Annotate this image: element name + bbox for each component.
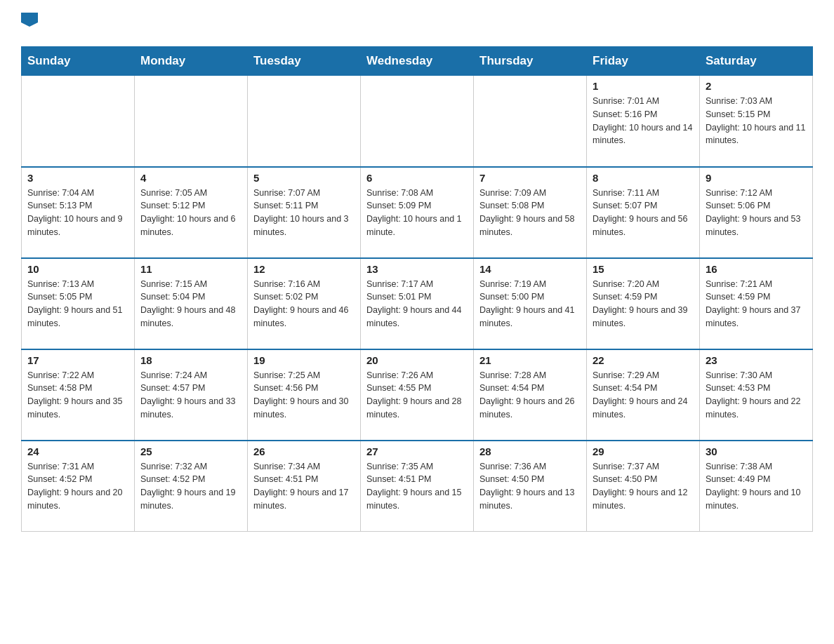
logo <box>21 14 38 32</box>
day-number: 27 <box>366 445 468 457</box>
day-number: 15 <box>593 263 694 275</box>
calendar-cell: 8Sunrise: 7:11 AMSunset: 5:07 PMDaylight… <box>587 167 700 258</box>
calendar-cell <box>135 76 248 167</box>
day-info: Sunrise: 7:37 AMSunset: 4:50 PMDaylight:… <box>593 460 694 513</box>
calendar-table: SundayMondayTuesdayWednesdayThursdayFrid… <box>21 46 813 532</box>
calendar-week-row: 3Sunrise: 7:04 AMSunset: 5:13 PMDaylight… <box>22 167 813 258</box>
day-info: Sunrise: 7:07 AMSunset: 5:11 PMDaylight:… <box>253 187 355 239</box>
day-info: Sunrise: 7:17 AMSunset: 5:01 PMDaylight:… <box>366 278 468 330</box>
day-number: 10 <box>27 263 128 275</box>
calendar-week-row: 1Sunrise: 7:01 AMSunset: 5:16 PMDaylight… <box>22 76 813 167</box>
day-number: 14 <box>479 263 581 275</box>
day-info: Sunrise: 7:13 AMSunset: 5:05 PMDaylight:… <box>27 278 128 330</box>
day-number: 28 <box>479 445 581 457</box>
calendar-cell: 16Sunrise: 7:21 AMSunset: 4:59 PMDayligh… <box>700 258 813 349</box>
calendar-cell: 15Sunrise: 7:20 AMSunset: 4:59 PMDayligh… <box>587 258 700 349</box>
calendar-cell <box>474 76 587 167</box>
svg-marker-1 <box>31 13 38 22</box>
day-number: 11 <box>140 263 241 275</box>
day-number: 4 <box>140 172 241 184</box>
page-header <box>21 14 813 32</box>
calendar-cell: 27Sunrise: 7:35 AMSunset: 4:51 PMDayligh… <box>361 441 474 532</box>
day-number: 16 <box>706 263 807 275</box>
day-number: 22 <box>593 354 694 366</box>
day-number: 23 <box>706 354 807 366</box>
day-number: 17 <box>27 354 128 366</box>
day-info: Sunrise: 7:24 AMSunset: 4:57 PMDaylight:… <box>140 369 241 422</box>
calendar-cell: 25Sunrise: 7:32 AMSunset: 4:52 PMDayligh… <box>135 441 248 532</box>
day-info: Sunrise: 7:03 AMSunset: 5:15 PMDaylight:… <box>706 95 807 147</box>
day-info: Sunrise: 7:38 AMSunset: 4:49 PMDaylight:… <box>706 460 807 513</box>
calendar-cell: 6Sunrise: 7:08 AMSunset: 5:09 PMDaylight… <box>361 167 474 258</box>
day-info: Sunrise: 7:08 AMSunset: 5:09 PMDaylight:… <box>366 187 468 239</box>
day-info: Sunrise: 7:05 AMSunset: 5:12 PMDaylight:… <box>140 187 241 239</box>
calendar-cell: 28Sunrise: 7:36 AMSunset: 4:50 PMDayligh… <box>474 441 587 532</box>
day-number: 13 <box>366 263 468 275</box>
calendar-cell <box>22 76 135 167</box>
day-info: Sunrise: 7:31 AMSunset: 4:52 PMDaylight:… <box>27 460 128 513</box>
day-number: 21 <box>479 354 581 366</box>
day-number: 7 <box>479 172 581 184</box>
calendar-cell: 2Sunrise: 7:03 AMSunset: 5:15 PMDaylight… <box>700 76 813 167</box>
calendar-header-thursday: Thursday <box>474 47 587 76</box>
day-info: Sunrise: 7:21 AMSunset: 4:59 PMDaylight:… <box>706 278 807 330</box>
calendar-cell: 10Sunrise: 7:13 AMSunset: 5:05 PMDayligh… <box>22 258 135 349</box>
calendar-cell: 5Sunrise: 7:07 AMSunset: 5:11 PMDaylight… <box>248 167 361 258</box>
calendar-cell: 18Sunrise: 7:24 AMSunset: 4:57 PMDayligh… <box>135 349 248 441</box>
calendar-cell: 1Sunrise: 7:01 AMSunset: 5:16 PMDaylight… <box>587 76 700 167</box>
calendar-cell: 3Sunrise: 7:04 AMSunset: 5:13 PMDaylight… <box>22 167 135 258</box>
day-info: Sunrise: 7:16 AMSunset: 5:02 PMDaylight:… <box>253 278 355 330</box>
day-info: Sunrise: 7:22 AMSunset: 4:58 PMDaylight:… <box>27 369 128 422</box>
day-info: Sunrise: 7:30 AMSunset: 4:53 PMDaylight:… <box>706 369 807 422</box>
calendar-cell: 23Sunrise: 7:30 AMSunset: 4:53 PMDayligh… <box>700 349 813 441</box>
calendar-cell: 14Sunrise: 7:19 AMSunset: 5:00 PMDayligh… <box>474 258 587 349</box>
day-number: 1 <box>593 80 694 92</box>
logo-arrow-icon <box>21 13 38 27</box>
calendar-cell: 7Sunrise: 7:09 AMSunset: 5:08 PMDaylight… <box>474 167 587 258</box>
day-info: Sunrise: 7:26 AMSunset: 4:55 PMDaylight:… <box>366 369 468 422</box>
calendar-cell <box>361 76 474 167</box>
calendar-header-monday: Monday <box>135 47 248 76</box>
calendar-header-wednesday: Wednesday <box>361 47 474 76</box>
day-info: Sunrise: 7:04 AMSunset: 5:13 PMDaylight:… <box>27 187 128 239</box>
calendar-cell: 30Sunrise: 7:38 AMSunset: 4:49 PMDayligh… <box>700 441 813 532</box>
day-number: 29 <box>593 445 694 457</box>
calendar-cell: 20Sunrise: 7:26 AMSunset: 4:55 PMDayligh… <box>361 349 474 441</box>
calendar-week-row: 10Sunrise: 7:13 AMSunset: 5:05 PMDayligh… <box>22 258 813 349</box>
day-number: 3 <box>27 172 128 184</box>
day-info: Sunrise: 7:15 AMSunset: 5:04 PMDaylight:… <box>140 278 241 330</box>
day-info: Sunrise: 7:11 AMSunset: 5:07 PMDaylight:… <box>593 187 694 239</box>
day-info: Sunrise: 7:28 AMSunset: 4:54 PMDaylight:… <box>479 369 581 422</box>
calendar-cell: 13Sunrise: 7:17 AMSunset: 5:01 PMDayligh… <box>361 258 474 349</box>
day-info: Sunrise: 7:25 AMSunset: 4:56 PMDaylight:… <box>253 369 355 422</box>
day-info: Sunrise: 7:32 AMSunset: 4:52 PMDaylight:… <box>140 460 241 513</box>
calendar-cell: 17Sunrise: 7:22 AMSunset: 4:58 PMDayligh… <box>22 349 135 441</box>
day-number: 20 <box>366 354 468 366</box>
calendar-cell: 24Sunrise: 7:31 AMSunset: 4:52 PMDayligh… <box>22 441 135 532</box>
day-number: 6 <box>366 172 468 184</box>
day-number: 12 <box>253 263 355 275</box>
calendar-header-tuesday: Tuesday <box>248 47 361 76</box>
calendar-cell: 4Sunrise: 7:05 AMSunset: 5:12 PMDaylight… <box>135 167 248 258</box>
day-number: 25 <box>140 445 241 457</box>
calendar-cell: 9Sunrise: 7:12 AMSunset: 5:06 PMDaylight… <box>700 167 813 258</box>
calendar-cell: 26Sunrise: 7:34 AMSunset: 4:51 PMDayligh… <box>248 441 361 532</box>
day-number: 30 <box>706 445 807 457</box>
calendar-header-saturday: Saturday <box>700 47 813 76</box>
calendar-cell: 29Sunrise: 7:37 AMSunset: 4:50 PMDayligh… <box>587 441 700 532</box>
day-number: 9 <box>706 172 807 184</box>
calendar-header-row: SundayMondayTuesdayWednesdayThursdayFrid… <box>22 47 813 76</box>
day-number: 18 <box>140 354 241 366</box>
calendar-header-sunday: Sunday <box>22 47 135 76</box>
day-number: 2 <box>706 80 807 92</box>
day-number: 26 <box>253 445 355 457</box>
day-info: Sunrise: 7:36 AMSunset: 4:50 PMDaylight:… <box>479 460 581 513</box>
day-info: Sunrise: 7:34 AMSunset: 4:51 PMDaylight:… <box>253 460 355 513</box>
day-number: 19 <box>253 354 355 366</box>
day-info: Sunrise: 7:19 AMSunset: 5:00 PMDaylight:… <box>479 278 581 330</box>
day-info: Sunrise: 7:01 AMSunset: 5:16 PMDaylight:… <box>593 95 694 147</box>
calendar-week-row: 17Sunrise: 7:22 AMSunset: 4:58 PMDayligh… <box>22 349 813 441</box>
calendar-cell: 21Sunrise: 7:28 AMSunset: 4:54 PMDayligh… <box>474 349 587 441</box>
day-number: 24 <box>27 445 128 457</box>
calendar-cell: 22Sunrise: 7:29 AMSunset: 4:54 PMDayligh… <box>587 349 700 441</box>
